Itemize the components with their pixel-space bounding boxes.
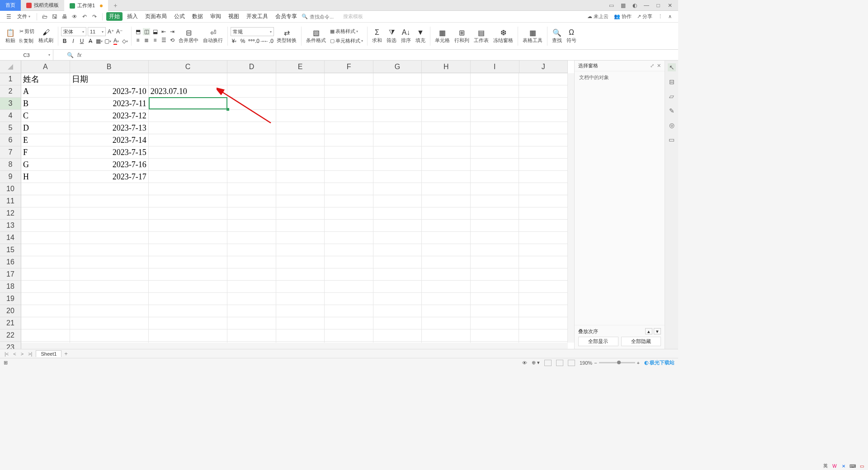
cell[interactable]: [471, 183, 519, 195]
cell[interactable]: [422, 146, 471, 159]
font-color-icon[interactable]: A▾: [113, 38, 120, 45]
command-search[interactable]: 🔍搜索模板: [302, 13, 363, 20]
cell[interactable]: [227, 268, 276, 281]
cell[interactable]: [227, 171, 276, 183]
cell[interactable]: [325, 232, 373, 244]
row-header[interactable]: 7: [0, 146, 21, 159]
cell[interactable]: C: [21, 110, 70, 122]
cell[interactable]: [422, 305, 471, 317]
cell[interactable]: [373, 85, 422, 98]
cell[interactable]: [227, 244, 276, 256]
view-break-button[interactable]: [568, 360, 575, 366]
cell[interactable]: [149, 207, 227, 220]
send-backward-icon[interactable]: ▾: [654, 328, 661, 334]
view-normal-button[interactable]: [544, 360, 552, 366]
cell[interactable]: [21, 305, 70, 317]
row-header[interactable]: 18: [0, 281, 21, 293]
table-style-button[interactable]: ▦表格样式▾: [329, 27, 364, 35]
cell[interactable]: [373, 293, 422, 305]
cell[interactable]: [422, 207, 471, 220]
align-middle-icon[interactable]: ◫: [143, 28, 150, 35]
cell[interactable]: 2023-7-13: [70, 122, 149, 134]
print-icon[interactable]: 🖶: [61, 13, 69, 21]
cell[interactable]: [227, 281, 276, 293]
cell[interactable]: [70, 195, 149, 207]
cell[interactable]: [149, 195, 227, 207]
cell-style-button[interactable]: ▢单元格样式▾: [329, 37, 364, 45]
zoom-control[interactable]: 190% − +: [580, 360, 640, 366]
cell[interactable]: F: [21, 146, 70, 159]
cell[interactable]: [373, 232, 422, 244]
symbol-button[interactable]: Ω符号: [565, 25, 578, 47]
find-button[interactable]: 🔍查找: [550, 25, 564, 47]
cell[interactable]: [70, 256, 149, 268]
cell[interactable]: 2023-7-15: [70, 146, 149, 159]
cell[interactable]: [276, 220, 325, 232]
cell[interactable]: [471, 268, 519, 281]
cell[interactable]: H: [21, 171, 70, 183]
save-icon[interactable]: 🖫: [51, 13, 59, 21]
sheet-tab[interactable]: Sheet1: [36, 350, 61, 357]
currency-icon[interactable]: ¥▾: [231, 38, 238, 45]
cloud-status[interactable]: ☁未上云: [585, 13, 610, 20]
cell[interactable]: [519, 256, 568, 268]
cell[interactable]: 2023-7-10: [70, 85, 149, 98]
file-menu[interactable]: 文件▾: [14, 13, 33, 20]
cell[interactable]: [325, 268, 373, 281]
fill-button[interactable]: ▼填充: [414, 25, 427, 47]
cell[interactable]: [373, 305, 422, 317]
cell[interactable]: [149, 122, 227, 134]
cell[interactable]: [373, 122, 422, 134]
cell[interactable]: [70, 268, 149, 281]
row-header[interactable]: 4: [0, 110, 21, 122]
cell[interactable]: [422, 98, 471, 110]
freeze-panes-button[interactable]: ❆冻结窗格: [491, 25, 515, 47]
cell[interactable]: [373, 195, 422, 207]
cell[interactable]: [325, 317, 373, 329]
cell[interactable]: [276, 122, 325, 134]
cell[interactable]: [325, 85, 373, 98]
col-header-C[interactable]: C: [149, 61, 227, 73]
cell[interactable]: [325, 207, 373, 220]
cell[interactable]: [70, 329, 149, 342]
cell[interactable]: [227, 146, 276, 159]
cell[interactable]: [21, 232, 70, 244]
row-header[interactable]: 1: [0, 73, 21, 85]
command-search-input[interactable]: [310, 14, 341, 19]
cell[interactable]: [227, 293, 276, 305]
preview-icon[interactable]: 👁: [71, 13, 79, 21]
pane-close-icon[interactable]: ✕: [657, 63, 661, 69]
cell[interactable]: [373, 207, 422, 220]
cell[interactable]: [21, 195, 70, 207]
cell[interactable]: 日期: [70, 73, 149, 85]
menu-formula[interactable]: 公式: [171, 12, 188, 21]
sheet-nav-next[interactable]: >: [20, 351, 24, 357]
cell[interactable]: G: [21, 159, 70, 171]
cell[interactable]: [325, 329, 373, 342]
cell[interactable]: 2023-7-12: [70, 110, 149, 122]
cell[interactable]: 2023-7-16: [70, 159, 149, 171]
row-header[interactable]: 11: [0, 195, 21, 207]
cell[interactable]: [519, 281, 568, 293]
row-header[interactable]: 6: [0, 134, 21, 146]
strip-icon-4[interactable]: ✎: [668, 107, 676, 115]
cell[interactable]: [276, 183, 325, 195]
tab-workbook[interactable]: 工作簿1: [64, 0, 108, 11]
dec-decimal-icon[interactable]: ←.0: [265, 38, 272, 45]
strip-icon-5[interactable]: ◎: [668, 121, 676, 129]
cell[interactable]: [325, 171, 373, 183]
percent-icon[interactable]: %: [239, 38, 246, 45]
row-header[interactable]: 21: [0, 317, 21, 329]
window-apps-icon[interactable]: ▦: [619, 2, 627, 9]
hide-all-button[interactable]: 全部隐藏: [621, 337, 661, 346]
cell[interactable]: [149, 268, 227, 281]
tab-templates[interactable]: 找稻壳模板: [21, 0, 64, 11]
cell[interactable]: [149, 305, 227, 317]
cell[interactable]: [373, 281, 422, 293]
cell[interactable]: [325, 146, 373, 159]
cell[interactable]: [519, 122, 568, 134]
align-top-icon[interactable]: ⬒: [134, 28, 142, 35]
cell[interactable]: [21, 207, 70, 220]
col-header-A[interactable]: A: [21, 61, 70, 73]
row-header[interactable]: 14: [0, 232, 21, 244]
